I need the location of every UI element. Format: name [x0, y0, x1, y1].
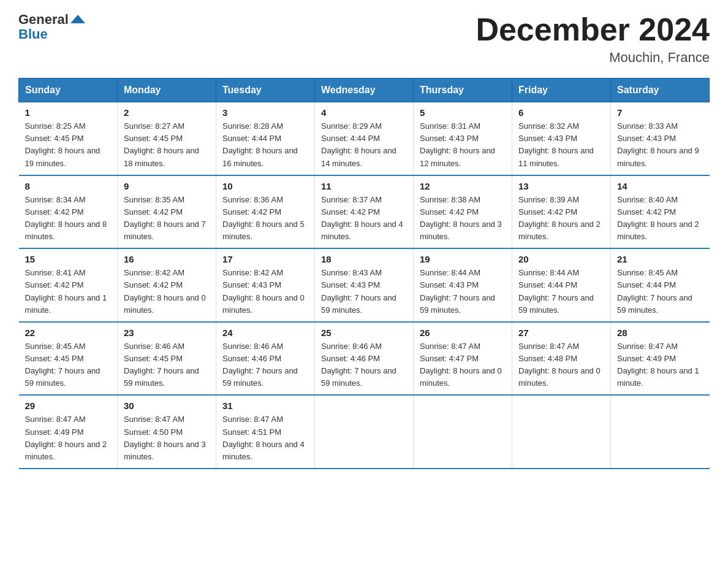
day-info: Sunrise: 8:36 AM Sunset: 4:42 PM Dayligh… [222, 194, 308, 243]
day-number: 3 [222, 107, 308, 118]
day-info: Sunrise: 8:44 AM Sunset: 4:43 PM Dayligh… [420, 267, 506, 316]
day-number: 5 [420, 107, 506, 118]
table-row: 5 Sunrise: 8:31 AM Sunset: 4:43 PM Dayli… [414, 102, 512, 175]
table-row [611, 395, 710, 469]
day-info: Sunrise: 8:45 AM Sunset: 4:44 PM Dayligh… [617, 267, 703, 316]
day-number: 30 [124, 400, 210, 411]
day-info: Sunrise: 8:46 AM Sunset: 4:46 PM Dayligh… [222, 340, 308, 390]
table-row: 22 Sunrise: 8:45 AM Sunset: 4:45 PM Dayl… [19, 322, 118, 396]
table-row: 29 Sunrise: 8:47 AM Sunset: 4:49 PM Dayl… [19, 395, 118, 469]
table-row: 28 Sunrise: 8:47 AM Sunset: 4:49 PM Dayl… [611, 322, 710, 396]
day-info: Sunrise: 8:31 AM Sunset: 4:43 PM Dayligh… [420, 120, 506, 170]
day-number: 6 [518, 107, 604, 118]
day-info: Sunrise: 8:28 AM Sunset: 4:44 PM Dayligh… [222, 120, 308, 170]
table-row: 31 Sunrise: 8:47 AM Sunset: 4:51 PM Dayl… [216, 395, 315, 469]
day-info: Sunrise: 8:34 AM Sunset: 4:42 PM Dayligh… [25, 194, 112, 243]
logo: General Blue [18, 12, 85, 42]
day-info: Sunrise: 8:44 AM Sunset: 4:44 PM Dayligh… [518, 267, 604, 316]
table-row: 24 Sunrise: 8:46 AM Sunset: 4:46 PM Dayl… [216, 322, 315, 396]
day-number: 31 [222, 400, 308, 411]
table-row [414, 395, 512, 469]
day-number: 19 [420, 254, 506, 264]
header-friday: Friday [512, 79, 611, 102]
day-number: 11 [321, 181, 407, 191]
day-info: Sunrise: 8:25 AM Sunset: 4:45 PM Dayligh… [25, 120, 112, 170]
table-row: 15 Sunrise: 8:41 AM Sunset: 4:42 PM Dayl… [19, 248, 118, 322]
table-row: 16 Sunrise: 8:42 AM Sunset: 4:42 PM Dayl… [118, 248, 216, 322]
calendar-week-row: 8 Sunrise: 8:34 AM Sunset: 4:42 PM Dayli… [19, 175, 710, 249]
day-info: Sunrise: 8:47 AM Sunset: 4:47 PM Dayligh… [420, 340, 506, 390]
day-number: 1 [25, 107, 112, 118]
day-info: Sunrise: 8:41 AM Sunset: 4:42 PM Dayligh… [25, 267, 112, 316]
calendar-week-row: 29 Sunrise: 8:47 AM Sunset: 4:49 PM Dayl… [19, 395, 710, 469]
table-row: 11 Sunrise: 8:37 AM Sunset: 4:42 PM Dayl… [315, 175, 414, 249]
day-info: Sunrise: 8:47 AM Sunset: 4:49 PM Dayligh… [617, 340, 703, 390]
day-info: Sunrise: 8:45 AM Sunset: 4:45 PM Dayligh… [25, 340, 112, 390]
day-number: 17 [222, 254, 308, 264]
day-number: 20 [518, 254, 604, 264]
day-info: Sunrise: 8:33 AM Sunset: 4:43 PM Dayligh… [617, 120, 703, 170]
day-number: 23 [124, 327, 210, 338]
day-number: 16 [124, 254, 210, 264]
table-row: 21 Sunrise: 8:45 AM Sunset: 4:44 PM Dayl… [611, 248, 710, 322]
header-monday: Monday [118, 79, 216, 102]
day-number: 7 [617, 107, 703, 118]
day-info: Sunrise: 8:47 AM Sunset: 4:49 PM Dayligh… [25, 413, 112, 463]
table-row [315, 395, 414, 469]
day-number: 25 [321, 327, 407, 338]
day-number: 27 [518, 327, 604, 338]
table-row: 19 Sunrise: 8:44 AM Sunset: 4:43 PM Dayl… [414, 248, 512, 322]
day-info: Sunrise: 8:40 AM Sunset: 4:42 PM Dayligh… [617, 194, 703, 243]
day-info: Sunrise: 8:47 AM Sunset: 4:51 PM Dayligh… [222, 413, 308, 463]
day-number: 13 [518, 181, 604, 191]
table-row: 1 Sunrise: 8:25 AM Sunset: 4:45 PM Dayli… [19, 102, 118, 175]
header-thursday: Thursday [414, 79, 512, 102]
header-wednesday: Wednesday [315, 79, 414, 102]
day-number: 26 [420, 327, 506, 338]
day-info: Sunrise: 8:42 AM Sunset: 4:42 PM Dayligh… [124, 267, 210, 316]
day-info: Sunrise: 8:35 AM Sunset: 4:42 PM Dayligh… [124, 194, 210, 243]
calendar-header-row: Sunday Monday Tuesday Wednesday Thursday… [19, 79, 710, 102]
day-info: Sunrise: 8:32 AM Sunset: 4:43 PM Dayligh… [518, 120, 604, 170]
day-number: 9 [124, 181, 210, 191]
table-row: 12 Sunrise: 8:38 AM Sunset: 4:42 PM Dayl… [414, 175, 512, 249]
month-title: December 2024 [476, 12, 710, 47]
day-info: Sunrise: 8:43 AM Sunset: 4:43 PM Dayligh… [321, 267, 407, 316]
day-number: 24 [222, 327, 308, 338]
header-sunday: Sunday [19, 79, 118, 102]
calendar-week-row: 1 Sunrise: 8:25 AM Sunset: 4:45 PM Dayli… [19, 102, 710, 175]
day-number: 15 [25, 254, 112, 264]
header-saturday: Saturday [611, 79, 710, 102]
table-row: 27 Sunrise: 8:47 AM Sunset: 4:48 PM Dayl… [512, 322, 611, 396]
table-row: 2 Sunrise: 8:27 AM Sunset: 4:45 PM Dayli… [118, 102, 216, 175]
day-number: 18 [321, 254, 407, 264]
day-info: Sunrise: 8:27 AM Sunset: 4:45 PM Dayligh… [124, 120, 210, 170]
day-number: 8 [25, 181, 112, 191]
table-row [512, 395, 611, 469]
day-info: Sunrise: 8:39 AM Sunset: 4:42 PM Dayligh… [518, 194, 604, 243]
day-number: 28 [617, 327, 703, 338]
day-number: 4 [321, 107, 407, 118]
table-row: 17 Sunrise: 8:42 AM Sunset: 4:43 PM Dayl… [216, 248, 315, 322]
table-row: 8 Sunrise: 8:34 AM Sunset: 4:42 PM Dayli… [19, 175, 118, 249]
day-info: Sunrise: 8:47 AM Sunset: 4:50 PM Dayligh… [124, 413, 210, 463]
table-row: 10 Sunrise: 8:36 AM Sunset: 4:42 PM Dayl… [216, 175, 315, 249]
day-info: Sunrise: 8:37 AM Sunset: 4:42 PM Dayligh… [321, 194, 407, 243]
calendar-week-row: 22 Sunrise: 8:45 AM Sunset: 4:45 PM Dayl… [19, 322, 710, 396]
table-row: 23 Sunrise: 8:46 AM Sunset: 4:45 PM Dayl… [118, 322, 216, 396]
day-info: Sunrise: 8:46 AM Sunset: 4:46 PM Dayligh… [321, 340, 407, 390]
table-row: 4 Sunrise: 8:29 AM Sunset: 4:44 PM Dayli… [315, 102, 414, 175]
table-row: 6 Sunrise: 8:32 AM Sunset: 4:43 PM Dayli… [512, 102, 611, 175]
day-number: 10 [222, 181, 308, 191]
day-number: 12 [420, 181, 506, 191]
page-header: General Blue December 2024 Mouchin, Fran… [18, 12, 710, 66]
table-row: 25 Sunrise: 8:46 AM Sunset: 4:46 PM Dayl… [315, 322, 414, 396]
table-row: 18 Sunrise: 8:43 AM Sunset: 4:43 PM Dayl… [315, 248, 414, 322]
table-row: 30 Sunrise: 8:47 AM Sunset: 4:50 PM Dayl… [118, 395, 216, 469]
table-row: 26 Sunrise: 8:47 AM Sunset: 4:47 PM Dayl… [414, 322, 512, 396]
table-row: 3 Sunrise: 8:28 AM Sunset: 4:44 PM Dayli… [216, 102, 315, 175]
header-tuesday: Tuesday [216, 79, 315, 102]
table-row: 7 Sunrise: 8:33 AM Sunset: 4:43 PM Dayli… [611, 102, 710, 175]
day-number: 14 [617, 181, 703, 191]
table-row: 14 Sunrise: 8:40 AM Sunset: 4:42 PM Dayl… [611, 175, 710, 249]
